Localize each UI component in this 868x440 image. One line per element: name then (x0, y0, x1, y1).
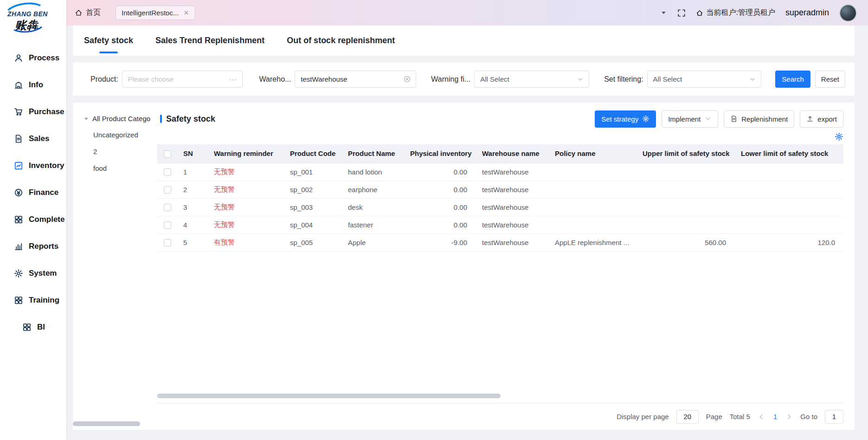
cell-physical-inventory: 0.00 (404, 216, 476, 233)
tree-item[interactable]: 2 (83, 143, 154, 160)
goto-page-input[interactable] (825, 410, 843, 424)
cell-product-name: desk (341, 198, 404, 216)
cell-policy-name (548, 216, 636, 233)
sidebar-item[interactable]: Training (0, 287, 66, 314)
scrollbar-thumb[interactable] (157, 394, 501, 398)
nav-item-label: Info (29, 80, 43, 90)
sidebar-item[interactable]: BI (0, 314, 66, 341)
warehouse-input[interactable] (301, 75, 401, 83)
row-checkbox[interactable] (164, 186, 171, 194)
sidebar-item[interactable]: Finance (0, 179, 66, 206)
column-header[interactable]: Product Name (341, 144, 404, 163)
row-checkbox-cell (157, 163, 177, 181)
column-settings-gear-icon[interactable] (835, 132, 843, 141)
column-header[interactable]: SN (177, 144, 207, 163)
column-header[interactable]: Lower limit of safety stock (734, 144, 843, 163)
clear-icon[interactable] (403, 75, 411, 83)
page-label: Page (706, 413, 722, 421)
tree-item[interactable]: Uncategorized (83, 126, 154, 143)
row-checkbox-cell (157, 181, 177, 198)
more-icon[interactable]: ··· (229, 75, 238, 83)
nav-item-icon (14, 161, 23, 170)
table-row[interactable]: 5 有预警 sp_005 Apple -9.00 testWarehouse A… (157, 233, 843, 251)
warning-filter-select[interactable]: All Select (474, 71, 589, 88)
search-button[interactable]: Search (775, 71, 810, 88)
cell-product-code: sp_002 (283, 181, 341, 198)
nav-item-label: Finance (29, 188, 58, 197)
sidebar-item[interactable]: Inventory (0, 152, 66, 179)
warehouse-field[interactable] (295, 71, 416, 88)
tab[interactable]: Safety stock (83, 26, 134, 56)
current-page[interactable]: 1 (772, 413, 778, 421)
column-header[interactable]: Warehouse name (476, 144, 548, 163)
row-checkbox[interactable] (164, 221, 171, 229)
caret-down-icon[interactable] (660, 9, 667, 16)
nav-item-label: System (29, 269, 57, 278)
route-tab[interactable]: IntelligentRestoc... (116, 6, 195, 20)
column-header[interactable]: Policy name (548, 144, 636, 163)
tree-root[interactable]: All Product Catego (83, 115, 154, 123)
select-all-checkbox[interactable] (164, 150, 171, 158)
tab[interactable]: Sales Trend Replenishment (154, 26, 265, 56)
product-input[interactable] (128, 75, 227, 83)
implement-label: Implement (668, 115, 701, 123)
row-checkbox[interactable] (164, 239, 171, 246)
table-row[interactable]: 3 无预警 sp_003 desk 0.00 testWarehouse (157, 198, 843, 216)
export-label: export (817, 115, 837, 123)
reset-button[interactable]: Reset (815, 71, 845, 88)
sidebar-item[interactable]: Reports (0, 233, 66, 260)
row-checkbox[interactable] (164, 204, 171, 211)
cell-warning-reminder: 无预警 (207, 216, 283, 233)
close-icon[interactable] (183, 10, 189, 16)
fullscreen-icon[interactable] (677, 9, 686, 17)
column-header[interactable]: Product Code (283, 144, 341, 163)
nav-item-label: Purchase (29, 107, 64, 116)
sidebar-item[interactable]: Info (0, 71, 66, 98)
filter-bar: Product: ··· Wareho... Warning fi... All… (73, 63, 855, 96)
cell-physical-inventory: 0.00 (404, 198, 476, 216)
tree-item[interactable]: food (83, 160, 154, 176)
tab-label: Out of stock replenishment (287, 36, 395, 45)
table-row[interactable]: 4 无预警 sp_004 fastener 0.00 testWarehouse (157, 216, 843, 233)
sidebar: ZHANG BEN 账犇 Process Info Purchase (0, 0, 66, 440)
table-row[interactable]: 1 无预警 sp_001 hand lotion 0.00 testWareho… (157, 163, 843, 181)
nav-item-icon (14, 242, 23, 251)
sidebar-item[interactable]: System (0, 260, 66, 287)
set-strategy-button[interactable]: Set strategy (595, 110, 656, 128)
cell-warning-reminder: 无预警 (207, 163, 283, 181)
sidebar-item[interactable]: Complete (0, 206, 66, 233)
breadcrumb-home[interactable]: 首页 (75, 8, 101, 18)
page-horizontal-scrollbar[interactable] (73, 421, 140, 426)
sidebar-item[interactable]: Process (0, 45, 66, 71)
cell-product-code: sp_005 (283, 233, 341, 251)
prev-page-icon[interactable] (758, 413, 765, 421)
page-size-input[interactable] (676, 410, 699, 424)
implement-button[interactable]: Implement (662, 110, 718, 128)
replenishment-button[interactable]: Replenishment (724, 110, 794, 128)
cell-product-code: sp_001 (283, 163, 341, 181)
column-header[interactable]: Physical inventory (404, 144, 476, 163)
panel-title-text: Safety stock (166, 114, 215, 124)
sidebar-item[interactable]: Sales (0, 125, 66, 152)
nav-item-label: BI (37, 323, 45, 332)
export-button[interactable]: export (800, 110, 843, 128)
cell-warning-reminder: 无预警 (207, 181, 283, 198)
set-filtering-select[interactable]: All Select (647, 71, 761, 88)
next-page-icon[interactable] (785, 413, 793, 421)
nav-item-label: Complete (29, 215, 64, 224)
sidebar-item[interactable]: Purchase (0, 98, 66, 125)
column-header[interactable]: Warning reminder (207, 144, 283, 163)
column-header[interactable]: Upper limit of safety stock (636, 144, 734, 163)
nav-item-icon (14, 134, 23, 143)
tab[interactable]: Out of stock replenishment (286, 26, 396, 56)
cell-physical-inventory: 0.00 (404, 163, 476, 181)
product-field[interactable]: ··· (122, 71, 243, 88)
avatar[interactable] (839, 4, 857, 22)
document-icon (730, 115, 738, 123)
tenant-home-icon (696, 9, 703, 17)
cell-physical-inventory: 0.00 (404, 181, 476, 198)
row-checkbox[interactable] (164, 168, 171, 176)
cell-product-name: hand lotion (341, 163, 404, 181)
nav-item-label: Training (29, 296, 59, 305)
table-row[interactable]: 2 无预警 sp_002 earphone 0.00 testWarehouse (157, 181, 843, 198)
